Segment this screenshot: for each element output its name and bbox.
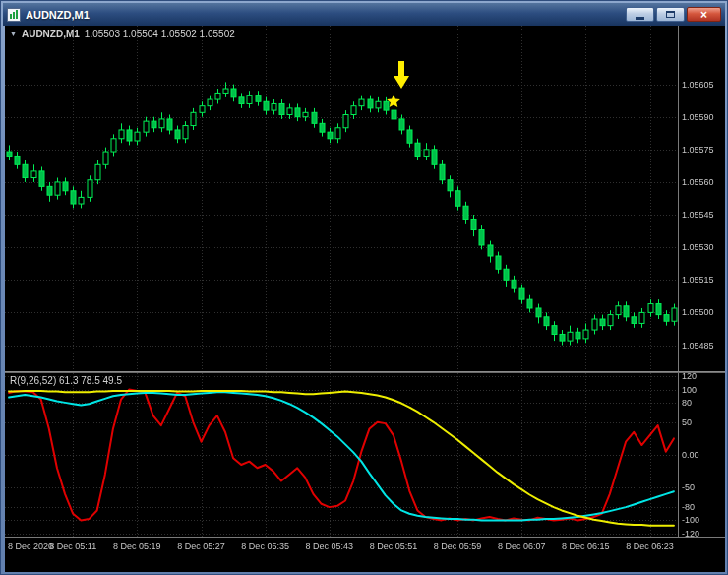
indicator-scale-label: -120 [682, 529, 699, 537]
indicator-pane: R(9,26,52) 61.3 78.5 49.5 [5, 373, 678, 537]
time-label: 8 Dec 05:27 [177, 542, 225, 551]
indicator-label: R(9,26,52) 61.3 78.5 49.5 [10, 375, 122, 386]
indicator-scale-label: 50 [682, 417, 692, 427]
indicator-scale-label: -100 [682, 515, 699, 525]
indicator-scale-label: 80 [682, 398, 692, 408]
indicator-scale-label: 120 [682, 373, 697, 381]
minimize-icon [636, 17, 644, 20]
time-label: 8 Dec 05:51 [370, 542, 418, 551]
arrow-down-annotation[interactable] [394, 61, 409, 89]
price-scale-label: 1.05545 [682, 210, 714, 220]
star-annotation[interactable] [387, 95, 400, 108]
time-label: 8 Dec 2020 [8, 542, 53, 551]
time-label: 8 Dec 05:43 [306, 542, 354, 551]
titlebar[interactable]: AUDNZD,M1 × [3, 3, 725, 26]
time-label: 8 Dec 06:15 [562, 542, 610, 551]
app-icon [7, 8, 21, 22]
window-title: AUDNZD,M1 [26, 9, 90, 21]
close-button[interactable]: × [687, 7, 721, 22]
time-label: 8 Dec 06:23 [626, 542, 674, 551]
time-label: 8 Dec 05:59 [434, 542, 482, 551]
maximize-icon [666, 11, 675, 18]
time-label: 8 Dec 05:11 [49, 542, 96, 551]
annotation-layer [5, 26, 678, 371]
time-label: 8 Dec 06:07 [498, 542, 546, 551]
maximize-button[interactable] [656, 7, 685, 22]
indicator-scale-label: 100 [682, 385, 697, 395]
time-axis[interactable]: 8 Dec 20208 Dec 05:118 Dec 05:198 Dec 05… [5, 537, 725, 572]
window-controls: × [626, 7, 721, 22]
main-price-scale[interactable]: 1.056051.055901.055751.055601.055451.055… [678, 26, 725, 371]
window: AUDNZD,M1 × ▼ AUDNZD,M1 1.05503 1.05504 … [0, 0, 728, 575]
price-scale-label: 1.05590 [682, 112, 714, 122]
time-label: 8 Dec 05:35 [241, 542, 289, 551]
main-chart-pane: ▼ AUDNZD,M1 1.05503 1.05504 1.05502 1.05… [5, 26, 678, 371]
indicator-scale-label: 0.00 [682, 450, 699, 460]
price-scale-label: 1.05485 [682, 341, 714, 351]
indicator-scale[interactable]: 12010080500.00-50-80-100-120 [678, 373, 725, 537]
chart-window: ▼ AUDNZD,M1 1.05503 1.05504 1.05502 1.05… [5, 26, 723, 570]
price-scale-label: 1.05560 [682, 177, 714, 187]
indicator-canvas[interactable] [5, 373, 678, 537]
price-scale-label: 1.05530 [682, 242, 714, 252]
price-scale-label: 1.05605 [682, 80, 714, 90]
indicator-scale-label: -50 [682, 482, 695, 492]
price-scale-label: 1.05500 [682, 307, 714, 317]
time-label: 8 Dec 05:19 [113, 542, 161, 551]
indicator-scale-label: -80 [682, 502, 695, 512]
price-scale-label: 1.05575 [682, 145, 714, 155]
price-scale-label: 1.05515 [682, 275, 714, 285]
close-icon: × [700, 9, 707, 21]
minimize-button[interactable] [626, 7, 654, 22]
